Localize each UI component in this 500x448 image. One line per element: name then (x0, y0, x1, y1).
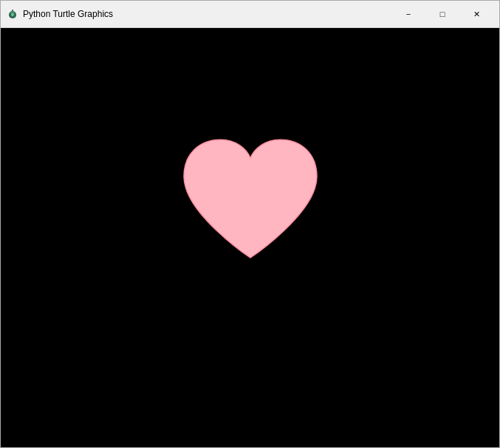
window-title: Python Turtle Graphics (23, 9, 391, 19)
canvas-area (1, 28, 499, 447)
svg-point-3 (11, 13, 14, 16)
window: Python Turtle Graphics − □ ✕ (0, 0, 500, 448)
maximize-button[interactable]: □ (425, 3, 459, 25)
close-button[interactable]: ✕ (459, 3, 493, 25)
heart-shape (169, 132, 332, 280)
window-controls: − □ ✕ (391, 3, 493, 25)
heart-container (169, 132, 332, 283)
titlebar: Python Turtle Graphics − □ ✕ (1, 1, 499, 28)
minimize-button[interactable]: − (391, 3, 425, 25)
app-icon (7, 8, 18, 20)
